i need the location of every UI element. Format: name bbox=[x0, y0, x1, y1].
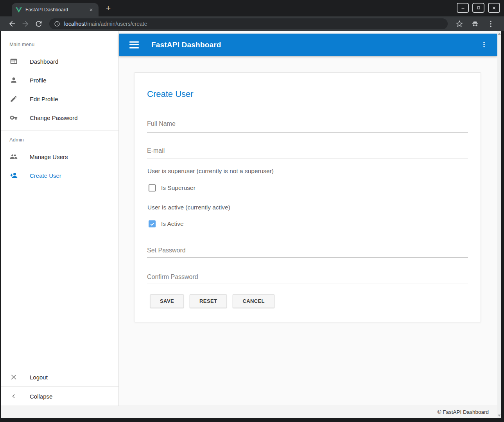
browser-tab[interactable]: FastAPI Dashboard bbox=[12, 3, 99, 16]
sidebar-section-admin: Admin bbox=[9, 137, 118, 143]
tab-close-icon[interactable] bbox=[88, 6, 95, 13]
checkbox-label: Is Active bbox=[161, 220, 184, 227]
vue-logo-icon bbox=[16, 7, 22, 13]
url-host: localhost bbox=[64, 21, 86, 27]
browser-titlebar: FastAPI Dashboard + bbox=[0, 0, 504, 16]
address-bar[interactable]: localhost /main/admin/users/create bbox=[49, 18, 448, 29]
checkbox-checked-icon[interactable] bbox=[149, 220, 156, 227]
sidebar-item-label: Profile bbox=[30, 77, 47, 84]
scrollbar-down-arrow-icon[interactable] bbox=[498, 415, 501, 417]
set-password-underline bbox=[147, 257, 468, 257]
sidebar-item-dashboard[interactable]: Dashboard bbox=[1, 52, 118, 71]
app-title: FastAPI Dashboard bbox=[151, 41, 221, 49]
full-name-underline bbox=[147, 132, 468, 132]
scrollbar-up-arrow-icon[interactable] bbox=[498, 33, 501, 35]
is-superuser-checkbox-row[interactable]: Is Superuser bbox=[149, 184, 196, 191]
app-header: FastAPI Dashboard bbox=[119, 34, 497, 56]
full-name-field[interactable]: Full Name bbox=[147, 120, 176, 127]
active-hint: User is active (currently active) bbox=[147, 204, 230, 211]
header-menu-icon[interactable] bbox=[480, 41, 488, 49]
set-password-field[interactable]: Set Password bbox=[147, 247, 186, 254]
maximize-button[interactable] bbox=[472, 3, 484, 13]
sidebar-item-edit-profile[interactable]: Edit Profile bbox=[1, 89, 118, 108]
page-title: Create User bbox=[147, 89, 194, 99]
site-info-icon[interactable] bbox=[54, 21, 60, 27]
forward-icon[interactable] bbox=[21, 20, 30, 28]
sidebar-item-create-user[interactable]: Create User bbox=[1, 166, 118, 185]
close-x-icon bbox=[10, 373, 18, 381]
person-add-icon bbox=[10, 172, 18, 179]
superuser-hint: User is superuser (currently is not a su… bbox=[147, 168, 274, 175]
bookmark-star-icon[interactable] bbox=[455, 20, 464, 28]
sidebar-item-logout[interactable]: Logout bbox=[1, 368, 118, 386]
incognito-icon bbox=[471, 20, 479, 28]
url-path: /main/admin/users/create bbox=[86, 21, 147, 27]
sidebar-item-profile[interactable]: Profile bbox=[1, 71, 118, 89]
create-user-card: Create User Full Name E-mail User is sup… bbox=[134, 72, 481, 322]
sidebar: Main menu Dashboard Profile Edit Profile… bbox=[1, 31, 119, 406]
sidebar-spacer bbox=[1, 185, 118, 368]
sidebar-item-label: Change Password bbox=[30, 114, 78, 121]
checkbox-unchecked-icon[interactable] bbox=[149, 184, 156, 191]
reload-icon[interactable] bbox=[34, 20, 43, 28]
hamburger-menu-icon[interactable] bbox=[129, 41, 139, 48]
footer-copyright: © FastAPI Dashboard bbox=[437, 409, 489, 415]
sidebar-item-manage-users[interactable]: Manage Users bbox=[1, 147, 118, 166]
sidebar-item-label: Edit Profile bbox=[30, 96, 58, 102]
email-underline bbox=[147, 159, 468, 159]
sidebar-item-collapse[interactable]: Collapse bbox=[1, 387, 118, 406]
pencil-icon bbox=[10, 95, 18, 103]
reset-button[interactable]: RESET bbox=[190, 294, 227, 308]
sidebar-item-change-password[interactable]: Change Password bbox=[1, 108, 118, 127]
key-icon bbox=[10, 114, 18, 122]
minimize-button[interactable] bbox=[457, 3, 469, 13]
app-footer: © FastAPI Dashboard bbox=[1, 406, 497, 418]
page-viewport: Main menu Dashboard Profile Edit Profile… bbox=[1, 31, 501, 418]
back-icon[interactable] bbox=[8, 20, 16, 28]
tab-title: FastAPI Dashboard bbox=[25, 7, 88, 13]
sidebar-item-label: Logout bbox=[30, 374, 48, 381]
confirm-password-underline bbox=[147, 284, 468, 284]
sidebar-item-label: Create User bbox=[30, 172, 61, 179]
dashboard-icon bbox=[10, 57, 18, 65]
browser-toolbar: localhost /main/admin/users/create bbox=[0, 16, 504, 31]
confirm-password-field[interactable]: Confirm Password bbox=[147, 274, 198, 281]
person-icon bbox=[10, 76, 18, 84]
chevron-left-icon bbox=[10, 392, 18, 400]
window-controls bbox=[457, 3, 500, 13]
is-active-checkbox-row[interactable]: Is Active bbox=[149, 220, 184, 227]
close-button[interactable] bbox=[488, 3, 500, 13]
sidebar-item-label: Collapse bbox=[30, 393, 52, 400]
group-icon bbox=[10, 153, 18, 161]
page-scrollbar[interactable] bbox=[497, 31, 501, 418]
email-field[interactable]: E-mail bbox=[147, 147, 165, 154]
checkbox-label: Is Superuser bbox=[161, 184, 196, 191]
sidebar-divider bbox=[1, 131, 118, 131]
cancel-button[interactable]: CANCEL bbox=[233, 294, 274, 308]
new-tab-button[interactable]: + bbox=[102, 2, 114, 14]
sidebar-item-label: Manage Users bbox=[30, 154, 68, 160]
browser-menu-icon[interactable] bbox=[486, 20, 495, 28]
sidebar-section-main-menu: Main menu bbox=[9, 41, 118, 47]
sidebar-item-label: Dashboard bbox=[30, 58, 58, 65]
form-buttons: SAVE RESET CANCEL bbox=[150, 294, 274, 308]
save-button[interactable]: SAVE bbox=[150, 294, 184, 308]
